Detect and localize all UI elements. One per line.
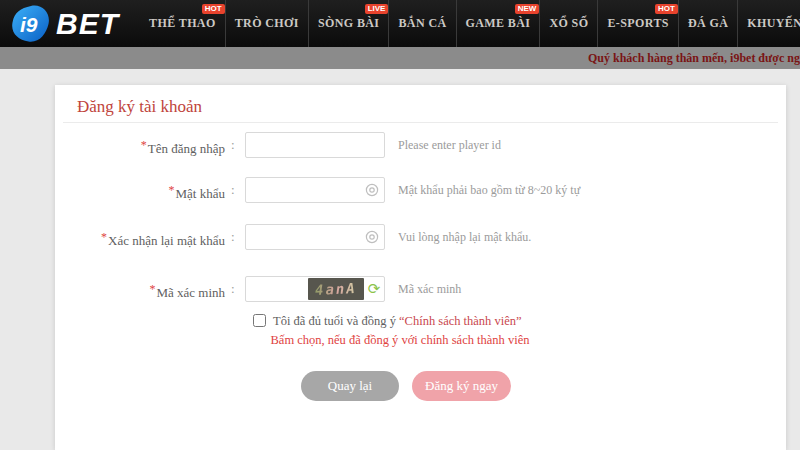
nav-item-song-bai[interactable]: SÒNG BÀI LIVE [309, 0, 390, 47]
agree-note: Bấm chọn, nếu đã đồng ý với chính sách t… [205, 333, 595, 348]
refresh-captcha-icon[interactable]: ⟳ [366, 280, 382, 298]
announcement-bar: Quý khách hàng thân mến, i9bet được nghi… [0, 47, 800, 69]
policy-link[interactable]: “Chính sách thành viên” [399, 314, 522, 328]
eye-icon[interactable] [365, 183, 379, 197]
hot-badge: HOT [655, 4, 678, 14]
nav-item-esports[interactable]: E-SPORTS HOT [598, 0, 678, 47]
username-hint: Please enter player id [398, 131, 501, 159]
confirm-password-row: *Xác nhận lại mật khẩu : Vui lòng nhập l… [55, 223, 786, 251]
confirm-password-label: Xác nhận lại mật khẩu [108, 233, 225, 248]
password-input[interactable] [245, 177, 385, 203]
nav-item-the-thao[interactable]: THỂ THAO HOT [140, 0, 226, 47]
agree-checkbox[interactable] [253, 314, 266, 327]
logo-blob-icon: i9 [10, 5, 52, 43]
password-hint: Mật khẩu phải bao gồm từ 8~20 ký tự [398, 176, 580, 204]
nav-item-da-ga[interactable]: ĐÁ GÀ [679, 0, 738, 47]
nav-item-game-bai[interactable]: GAME BÀI NEW [457, 0, 541, 47]
back-button[interactable]: Quay lại [301, 371, 399, 401]
username-label: Tên đăng nhập [148, 141, 225, 156]
nav-item-xo-so[interactable]: XỔ SỐ [540, 0, 598, 47]
username-input[interactable] [245, 132, 385, 158]
main-menu: THỂ THAO HOT TRÒ CHƠI SÒNG BÀI LIVE BẮN … [140, 0, 800, 47]
captcha-row: *Mã xác minh : 4anA ⟳ Mã xác minh [55, 275, 786, 303]
logo-wordmark: BET [56, 0, 119, 47]
hot-badge: HOT [202, 4, 225, 14]
register-button[interactable]: Đăng ký ngay [412, 371, 511, 401]
announcement-text: Quý khách hàng thân mến, i9bet được nghi… [588, 47, 800, 69]
password-row: *Mật khẩu : Mật khẩu phải bao gồm từ 8~2… [55, 176, 786, 204]
title-divider [63, 122, 778, 123]
nav-item-tro-choi[interactable]: TRÒ CHƠI [226, 0, 309, 47]
page-title: Đăng ký tài khoản [77, 97, 202, 117]
password-label: Mật khẩu [176, 186, 225, 201]
nav-item-ban-ca[interactable]: BẮN CÁ [389, 0, 456, 47]
nav-item-khuyen-mai[interactable]: KHUYẾN MÃI HOT [738, 0, 800, 47]
agree-row: Tôi đã đủ tuổi và đồng ý “Chính sách thà… [55, 313, 786, 329]
svg-text:i9: i9 [20, 13, 38, 36]
confirm-password-hint: Vui lòng nhập lại mật khẩu. [398, 223, 531, 251]
captcha-hint: Mã xác minh [398, 275, 461, 303]
site-logo[interactable]: i9 BET [10, 0, 119, 47]
live-badge: LIVE [365, 4, 389, 14]
new-badge: NEW [515, 4, 540, 14]
username-row: *Tên đăng nhập : Please enter player id [55, 131, 786, 159]
register-card: Đăng ký tài khoản *Tên đăng nhập : Pleas… [55, 85, 786, 450]
agree-label: Tôi đã đủ tuổi và đồng ý [273, 314, 396, 328]
confirm-password-input[interactable] [245, 224, 385, 250]
captcha-image[interactable]: 4anA [308, 278, 364, 300]
top-nav: i9 BET THỂ THAO HOT TRÒ CHƠI SÒNG BÀI LI… [0, 0, 800, 47]
required-mark: * [141, 138, 147, 152]
captcha-label: Mã xác minh [156, 285, 225, 300]
eye-icon[interactable] [365, 230, 379, 244]
